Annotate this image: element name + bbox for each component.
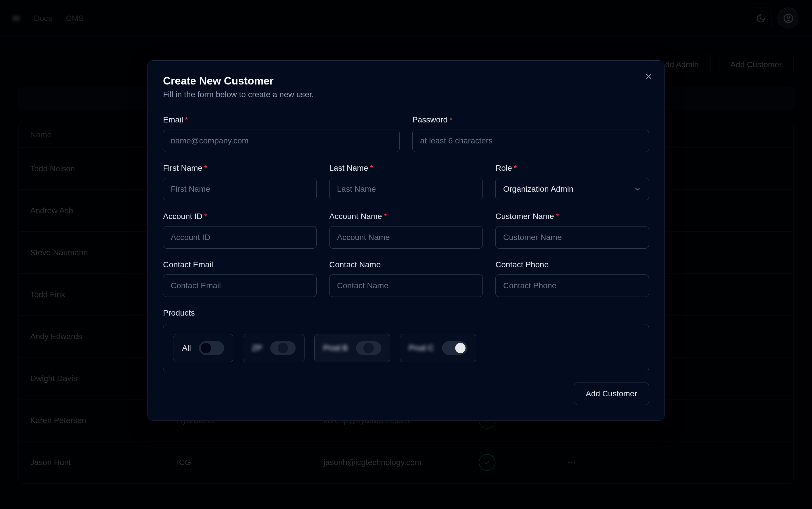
product-chip[interactable]: Prod B [314,334,390,362]
product-chip-all[interactable]: All [173,334,233,362]
account-id-input[interactable] [163,226,317,248]
account-id-label: Account ID* [163,212,317,221]
product-chip[interactable]: Prod C [400,334,476,362]
close-icon [644,72,653,81]
close-button[interactable] [644,72,653,81]
chevron-down-icon [634,185,641,193]
products-picker: All ZP Prod B Prod C [163,324,649,372]
product-chip-label: Prod B [323,343,348,353]
account-name-input[interactable] [329,226,483,248]
product-chip[interactable]: ZP [243,334,304,362]
contact-email-input[interactable] [163,274,317,297]
customer-name-label: Customer Name* [495,212,649,221]
product-toggle[interactable] [356,341,381,355]
modal-subtitle: Fill in the form below to create a new u… [163,90,649,99]
product-chip-label: All [182,343,191,353]
product-toggle[interactable] [442,341,467,355]
contact-name-label: Contact Name [329,260,483,269]
role-select[interactable]: Organization Admin [495,178,649,200]
products-label: Products [163,308,649,317]
last-name-label: Last Name* [329,164,483,173]
account-name-label: Account Name* [329,212,483,221]
role-label: Role* [495,164,649,173]
contact-email-label: Contact Email [163,260,317,269]
product-chip-label: Prod C [409,343,434,353]
product-toggle[interactable] [199,341,224,355]
contact-phone-input[interactable] [495,274,649,297]
modal-title: Create New Customer [163,75,649,87]
role-select-value: Organization Admin [503,184,573,194]
product-chip-label: ZP [252,343,262,353]
create-customer-modal: Create New Customer Fill in the form bel… [147,60,665,421]
first-name-input[interactable] [163,178,317,200]
submit-button[interactable]: Add Customer [574,382,649,405]
product-toggle[interactable] [270,341,296,355]
password-input[interactable] [412,130,649,152]
email-label: Email* [163,115,400,125]
contact-name-input[interactable] [329,274,483,297]
password-label: Password* [412,115,649,125]
customer-name-input[interactable] [495,226,649,248]
last-name-input[interactable] [329,178,483,200]
first-name-label: First Name* [163,164,317,173]
email-input[interactable] [163,130,400,152]
contact-phone-label: Contact Phone [495,260,649,269]
